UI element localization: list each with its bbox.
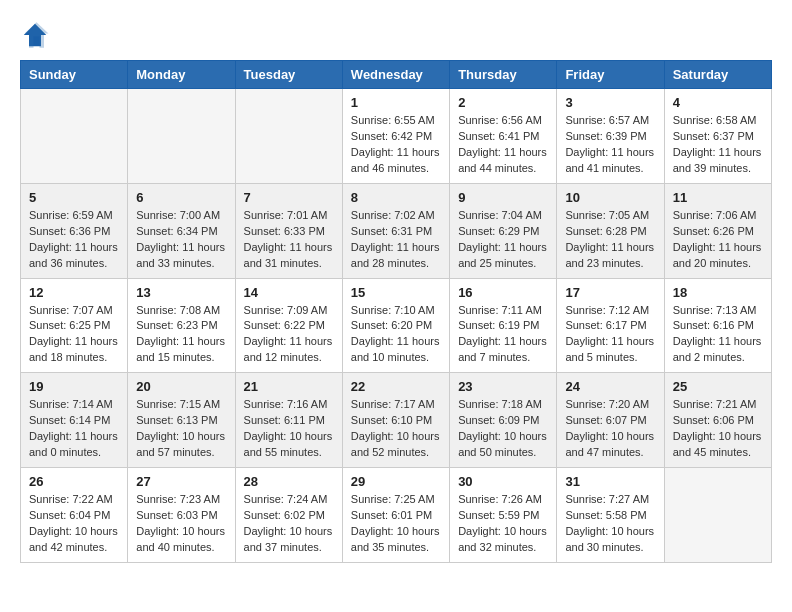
- calendar-cell: 31Sunrise: 7:27 AM Sunset: 5:58 PM Dayli…: [557, 468, 664, 563]
- day-number: 29: [351, 474, 441, 489]
- calendar-cell: 10Sunrise: 7:05 AM Sunset: 6:28 PM Dayli…: [557, 183, 664, 278]
- calendar-cell: 6Sunrise: 7:00 AM Sunset: 6:34 PM Daylig…: [128, 183, 235, 278]
- day-number: 1: [351, 95, 441, 110]
- day-info: Sunrise: 7:14 AM Sunset: 6:14 PM Dayligh…: [29, 397, 119, 461]
- calendar-header-saturday: Saturday: [664, 61, 771, 89]
- day-info: Sunrise: 7:23 AM Sunset: 6:03 PM Dayligh…: [136, 492, 226, 556]
- day-info: Sunrise: 7:17 AM Sunset: 6:10 PM Dayligh…: [351, 397, 441, 461]
- day-info: Sunrise: 7:21 AM Sunset: 6:06 PM Dayligh…: [673, 397, 763, 461]
- calendar-cell: 26Sunrise: 7:22 AM Sunset: 6:04 PM Dayli…: [21, 468, 128, 563]
- calendar-cell: 28Sunrise: 7:24 AM Sunset: 6:02 PM Dayli…: [235, 468, 342, 563]
- day-number: 9: [458, 190, 548, 205]
- day-info: Sunrise: 7:22 AM Sunset: 6:04 PM Dayligh…: [29, 492, 119, 556]
- calendar-cell: 24Sunrise: 7:20 AM Sunset: 6:07 PM Dayli…: [557, 373, 664, 468]
- calendar-cell: 3Sunrise: 6:57 AM Sunset: 6:39 PM Daylig…: [557, 89, 664, 184]
- day-info: Sunrise: 7:00 AM Sunset: 6:34 PM Dayligh…: [136, 208, 226, 272]
- day-number: 4: [673, 95, 763, 110]
- day-number: 12: [29, 285, 119, 300]
- calendar-cell: 25Sunrise: 7:21 AM Sunset: 6:06 PM Dayli…: [664, 373, 771, 468]
- logo-icon: [20, 20, 50, 50]
- day-info: Sunrise: 7:12 AM Sunset: 6:17 PM Dayligh…: [565, 303, 655, 367]
- calendar-cell: 22Sunrise: 7:17 AM Sunset: 6:10 PM Dayli…: [342, 373, 449, 468]
- day-info: Sunrise: 7:13 AM Sunset: 6:16 PM Dayligh…: [673, 303, 763, 367]
- calendar-header-row: SundayMondayTuesdayWednesdayThursdayFrid…: [21, 61, 772, 89]
- day-info: Sunrise: 7:26 AM Sunset: 5:59 PM Dayligh…: [458, 492, 548, 556]
- day-info: Sunrise: 7:16 AM Sunset: 6:11 PM Dayligh…: [244, 397, 334, 461]
- calendar-cell: 1Sunrise: 6:55 AM Sunset: 6:42 PM Daylig…: [342, 89, 449, 184]
- day-number: 31: [565, 474, 655, 489]
- calendar-header-tuesday: Tuesday: [235, 61, 342, 89]
- calendar-cell: 27Sunrise: 7:23 AM Sunset: 6:03 PM Dayli…: [128, 468, 235, 563]
- day-info: Sunrise: 6:56 AM Sunset: 6:41 PM Dayligh…: [458, 113, 548, 177]
- day-info: Sunrise: 7:18 AM Sunset: 6:09 PM Dayligh…: [458, 397, 548, 461]
- day-info: Sunrise: 7:07 AM Sunset: 6:25 PM Dayligh…: [29, 303, 119, 367]
- day-number: 24: [565, 379, 655, 394]
- day-info: Sunrise: 7:11 AM Sunset: 6:19 PM Dayligh…: [458, 303, 548, 367]
- day-info: Sunrise: 7:02 AM Sunset: 6:31 PM Dayligh…: [351, 208, 441, 272]
- calendar-week-2: 5Sunrise: 6:59 AM Sunset: 6:36 PM Daylig…: [21, 183, 772, 278]
- day-info: Sunrise: 7:01 AM Sunset: 6:33 PM Dayligh…: [244, 208, 334, 272]
- day-info: Sunrise: 7:25 AM Sunset: 6:01 PM Dayligh…: [351, 492, 441, 556]
- day-number: 15: [351, 285, 441, 300]
- day-info: Sunrise: 7:08 AM Sunset: 6:23 PM Dayligh…: [136, 303, 226, 367]
- calendar-cell: 30Sunrise: 7:26 AM Sunset: 5:59 PM Dayli…: [450, 468, 557, 563]
- day-info: Sunrise: 6:55 AM Sunset: 6:42 PM Dayligh…: [351, 113, 441, 177]
- day-number: 30: [458, 474, 548, 489]
- day-number: 20: [136, 379, 226, 394]
- calendar-cell: [664, 468, 771, 563]
- calendar-header-thursday: Thursday: [450, 61, 557, 89]
- calendar-cell: 20Sunrise: 7:15 AM Sunset: 6:13 PM Dayli…: [128, 373, 235, 468]
- day-number: 13: [136, 285, 226, 300]
- calendar-table: SundayMondayTuesdayWednesdayThursdayFrid…: [20, 60, 772, 563]
- calendar-cell: 5Sunrise: 6:59 AM Sunset: 6:36 PM Daylig…: [21, 183, 128, 278]
- calendar-cell: [235, 89, 342, 184]
- day-info: Sunrise: 7:27 AM Sunset: 5:58 PM Dayligh…: [565, 492, 655, 556]
- day-info: Sunrise: 7:10 AM Sunset: 6:20 PM Dayligh…: [351, 303, 441, 367]
- calendar-cell: 4Sunrise: 6:58 AM Sunset: 6:37 PM Daylig…: [664, 89, 771, 184]
- day-info: Sunrise: 7:09 AM Sunset: 6:22 PM Dayligh…: [244, 303, 334, 367]
- calendar-week-3: 12Sunrise: 7:07 AM Sunset: 6:25 PM Dayli…: [21, 278, 772, 373]
- day-number: 19: [29, 379, 119, 394]
- day-number: 14: [244, 285, 334, 300]
- day-number: 3: [565, 95, 655, 110]
- day-number: 22: [351, 379, 441, 394]
- logo: [20, 20, 55, 50]
- calendar-cell: 23Sunrise: 7:18 AM Sunset: 6:09 PM Dayli…: [450, 373, 557, 468]
- calendar-cell: 12Sunrise: 7:07 AM Sunset: 6:25 PM Dayli…: [21, 278, 128, 373]
- day-number: 10: [565, 190, 655, 205]
- day-info: Sunrise: 6:58 AM Sunset: 6:37 PM Dayligh…: [673, 113, 763, 177]
- calendar-header-sunday: Sunday: [21, 61, 128, 89]
- calendar-week-1: 1Sunrise: 6:55 AM Sunset: 6:42 PM Daylig…: [21, 89, 772, 184]
- calendar-cell: 16Sunrise: 7:11 AM Sunset: 6:19 PM Dayli…: [450, 278, 557, 373]
- calendar-cell: 2Sunrise: 6:56 AM Sunset: 6:41 PM Daylig…: [450, 89, 557, 184]
- day-info: Sunrise: 6:57 AM Sunset: 6:39 PM Dayligh…: [565, 113, 655, 177]
- day-info: Sunrise: 7:05 AM Sunset: 6:28 PM Dayligh…: [565, 208, 655, 272]
- calendar-cell: 15Sunrise: 7:10 AM Sunset: 6:20 PM Dayli…: [342, 278, 449, 373]
- day-number: 5: [29, 190, 119, 205]
- day-number: 11: [673, 190, 763, 205]
- calendar-cell: 18Sunrise: 7:13 AM Sunset: 6:16 PM Dayli…: [664, 278, 771, 373]
- calendar-cell: 13Sunrise: 7:08 AM Sunset: 6:23 PM Dayli…: [128, 278, 235, 373]
- calendar-cell: 21Sunrise: 7:16 AM Sunset: 6:11 PM Dayli…: [235, 373, 342, 468]
- day-info: Sunrise: 7:15 AM Sunset: 6:13 PM Dayligh…: [136, 397, 226, 461]
- calendar-header-wednesday: Wednesday: [342, 61, 449, 89]
- day-number: 25: [673, 379, 763, 394]
- calendar-cell: 9Sunrise: 7:04 AM Sunset: 6:29 PM Daylig…: [450, 183, 557, 278]
- day-number: 2: [458, 95, 548, 110]
- calendar-week-4: 19Sunrise: 7:14 AM Sunset: 6:14 PM Dayli…: [21, 373, 772, 468]
- day-info: Sunrise: 7:20 AM Sunset: 6:07 PM Dayligh…: [565, 397, 655, 461]
- calendar-header-monday: Monday: [128, 61, 235, 89]
- calendar-cell: 7Sunrise: 7:01 AM Sunset: 6:33 PM Daylig…: [235, 183, 342, 278]
- day-number: 27: [136, 474, 226, 489]
- page-header: [20, 20, 772, 50]
- calendar-cell: 29Sunrise: 7:25 AM Sunset: 6:01 PM Dayli…: [342, 468, 449, 563]
- calendar-cell: [21, 89, 128, 184]
- calendar-cell: 8Sunrise: 7:02 AM Sunset: 6:31 PM Daylig…: [342, 183, 449, 278]
- calendar-cell: [128, 89, 235, 184]
- day-number: 16: [458, 285, 548, 300]
- calendar-cell: 17Sunrise: 7:12 AM Sunset: 6:17 PM Dayli…: [557, 278, 664, 373]
- calendar-cell: 19Sunrise: 7:14 AM Sunset: 6:14 PM Dayli…: [21, 373, 128, 468]
- day-number: 7: [244, 190, 334, 205]
- calendar-week-5: 26Sunrise: 7:22 AM Sunset: 6:04 PM Dayli…: [21, 468, 772, 563]
- day-info: Sunrise: 7:04 AM Sunset: 6:29 PM Dayligh…: [458, 208, 548, 272]
